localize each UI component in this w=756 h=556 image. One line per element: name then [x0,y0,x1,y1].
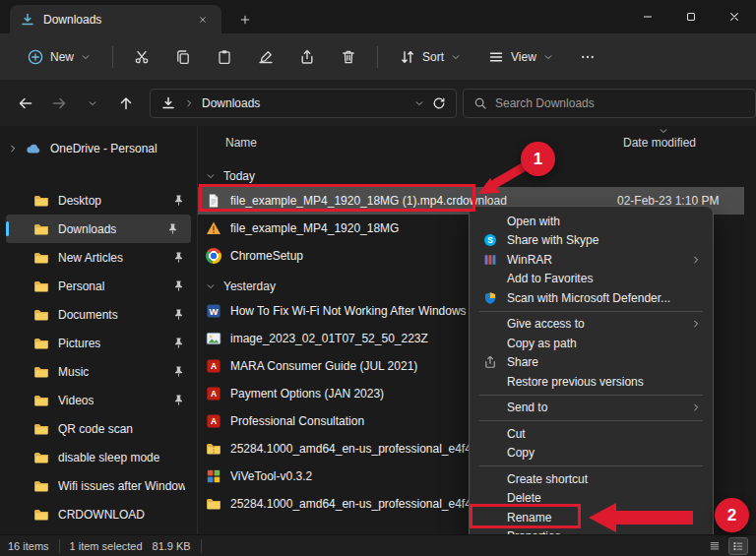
chevron-down-icon [88,98,97,108]
address-bar[interactable]: Downloads [150,89,457,118]
delete-button[interactable] [328,40,369,74]
pdf-file-icon [206,358,221,374]
pin-icon [172,194,185,207]
menu-item-label: Send to [507,401,547,414]
toolbar-divider [112,46,113,68]
recent-locations-button[interactable] [79,90,106,117]
sidebar-item-personal[interactable]: Personal [0,272,197,300]
group-header-yesterday[interactable]: Yesterday [206,276,276,297]
file-name: Payment Options (JAN 2023) [230,387,384,401]
menu-item-add-to-favorites[interactable]: Add to Favorites [473,270,709,289]
maximize-button[interactable] [669,0,713,33]
zip-app-icon [206,468,221,484]
cut-button[interactable] [121,40,162,74]
downloads-icon [160,95,176,111]
pin-icon [172,337,185,349]
details-view-toggle[interactable] [728,537,748,555]
folder-icon [33,450,49,465]
window-controls [626,0,756,33]
chevron-down-icon[interactable] [414,98,424,108]
folder-icon [33,307,49,323]
group-label: Today [223,169,255,183]
minimize-button[interactable] [626,0,669,33]
paste-button[interactable] [204,40,245,74]
menu-item-winrar[interactable]: WinRAR [473,250,709,270]
menu-item-restore-previous-versions[interactable]: Restore previous versions [473,372,709,392]
sidebar-item-qr-code-scan[interactable]: QR code scan [0,414,197,443]
menu-item-label: Create shortcut [507,472,588,486]
list-view-toggle[interactable] [705,537,724,555]
downloads-icon [20,12,35,28]
sidebar-item-label: Downloads [58,222,116,236]
sidebar-item-new-articles[interactable]: New Articles [0,243,197,272]
folder-icon [206,496,221,512]
new-button-label: New [50,50,74,64]
refresh-icon[interactable] [432,96,446,110]
folder-icon [33,478,49,494]
menu-icon-slot [481,214,499,229]
search-input[interactable] [495,96,745,110]
breadcrumb-downloads[interactable]: Downloads [202,96,260,110]
menu-item-label: Open with [507,215,560,228]
sidebar-item-crdownload[interactable]: CRDOWNLOAD [0,500,197,528]
sidebar-item-downloads[interactable]: Downloads [6,215,191,243]
ellipsis-icon [580,49,596,65]
forward-button[interactable] [45,90,73,117]
menu-item-send-to[interactable]: Send to [473,399,709,418]
menu-item-open-with[interactable]: Open with [473,212,709,231]
share-icon [483,355,497,369]
menu-item-share[interactable]: Share [473,353,709,373]
submenu-chevron-icon [691,255,701,265]
tab-downloads[interactable]: Downloads [10,5,221,33]
sort-direction-icon[interactable] [659,126,668,136]
share-icon [299,49,315,65]
menu-item-give-access-to[interactable]: Give access to [473,315,709,335]
menu-item-label: Share [507,355,538,369]
cab-archive-icon [206,441,221,457]
sort-button-label: Sort [422,50,444,64]
menu-item-copy[interactable]: Copy [473,444,709,463]
menu-item-label: Give access to [507,317,585,331]
tab-close-button[interactable] [194,11,212,29]
sidebar-item-desktop[interactable]: Desktop [0,186,197,215]
close-button[interactable] [713,0,756,33]
new-button[interactable]: New [18,42,100,72]
menu-item-copy-as-path[interactable]: Copy as path [473,334,709,353]
pin-icon [172,279,185,292]
file-name: MARA Consumer Guide (JUL 2021) [230,359,417,373]
sidebar-item-music[interactable]: Music [0,357,197,386]
copy-button[interactable] [162,40,204,74]
menu-item-scan-with-defender[interactable]: Scan with Microsoft Defender... [473,288,709,308]
sort-button[interactable]: Sort [390,42,471,72]
column-header-date[interactable]: Date modified [623,136,696,150]
rename-button[interactable] [245,40,286,74]
search-box[interactable] [463,89,756,118]
list-view-icon [709,540,721,552]
minimize-icon [641,10,655,24]
see-more-button[interactable] [567,40,608,74]
back-button[interactable] [12,90,39,117]
file-name: file_example_MP4_1920_18MG [230,221,399,235]
menu-item-cut[interactable]: Cut [473,424,709,444]
sidebar-item-disable-sleep-mode[interactable]: disable sleep mode [0,443,197,471]
sidebar-item-pictures[interactable]: Pictures [0,329,197,357]
sidebar-item-wifi-issues[interactable]: Wifi issues after Windows [0,471,197,500]
sidebar-item-onedrive[interactable]: OneDrive - Personal [0,134,197,162]
copy-icon [175,49,191,65]
submenu-chevron-icon [691,319,701,329]
menu-item-share-with-skype[interactable]: Share with Skype [473,231,709,251]
chevron-right-icon[interactable] [8,144,18,154]
folder-icon [33,393,49,408]
column-header-name[interactable]: Name [225,136,257,150]
new-tab-button[interactable] [234,9,256,31]
menu-item-create-shortcut[interactable]: Create shortcut [473,469,709,489]
folder-icon [33,507,49,523]
pin-icon [172,394,185,406]
sidebar-item-videos[interactable]: Videos [0,386,197,414]
folder-icon [33,193,49,209]
sidebar-item-documents[interactable]: Documents [0,300,197,329]
share-button[interactable] [286,40,328,74]
up-button[interactable] [112,90,140,117]
menu-separator [479,420,703,421]
view-button[interactable]: View [478,42,563,72]
